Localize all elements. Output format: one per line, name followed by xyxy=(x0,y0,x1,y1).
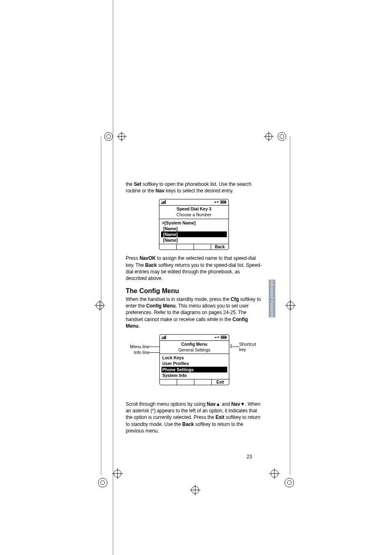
registration-mark-icon xyxy=(90,297,110,314)
scroll-paragraph: Scroll through menu options by using Nav… xyxy=(126,401,262,434)
softkey-1 xyxy=(159,244,177,250)
softkey-exit: Exit xyxy=(212,379,229,385)
svg-point-35 xyxy=(101,481,105,485)
text: Press xyxy=(126,255,139,261)
key-ref-navok: NavOK xyxy=(139,255,156,261)
phone-screen-config-menu: Config Menu General Settings Lock Keys U… xyxy=(159,334,229,385)
softkey-ref-back: Back xyxy=(182,421,194,427)
status-bar xyxy=(159,199,228,206)
registration-mark-icon xyxy=(103,128,127,145)
svg-point-20 xyxy=(118,133,125,140)
intro-paragraph: the Set softkey to open the phonebook li… xyxy=(126,181,262,194)
shortcut-number: 3 xyxy=(230,344,232,349)
svg-point-45 xyxy=(285,478,294,487)
navok-paragraph: Press NavOK to assign the selected name … xyxy=(126,255,262,282)
softkey-ref-set: Set xyxy=(134,181,141,187)
svg-rect-6 xyxy=(221,201,222,203)
key-ref-nav: Nav xyxy=(156,188,165,194)
softkey-ref-back: Back xyxy=(145,262,157,268)
svg-rect-10 xyxy=(163,337,164,339)
list-item: System Info xyxy=(161,372,227,378)
softkey-2 xyxy=(177,244,194,250)
registration-mark-icon xyxy=(185,482,205,498)
svg-point-28 xyxy=(96,302,104,309)
screen-subtitle: Choose a Number xyxy=(161,212,227,218)
svg-rect-8 xyxy=(224,201,226,203)
registration-mark-icon xyxy=(263,128,288,145)
svg-point-31 xyxy=(287,302,294,309)
svg-rect-14 xyxy=(226,337,227,338)
svg-rect-16 xyxy=(223,337,224,338)
config-paragraph: When the handset is in standby mode, pre… xyxy=(126,296,262,329)
signal-icon xyxy=(161,335,167,340)
list-item: User Profiles xyxy=(161,361,227,366)
softkey-row: Exit xyxy=(160,379,229,385)
softkey-1 xyxy=(160,379,177,385)
screen-title: Config Menu xyxy=(161,342,227,347)
list-item: >[System Name] xyxy=(161,220,227,226)
softkey-3 xyxy=(194,244,211,250)
softkey-ref-cfg: Cfg xyxy=(231,296,239,302)
svg-rect-17 xyxy=(225,337,226,338)
list-item: Lock Keys xyxy=(161,355,227,361)
registration-mark-icon xyxy=(280,297,301,314)
callout-info-line: Info line xyxy=(126,350,150,355)
svg-rect-5 xyxy=(226,201,226,203)
softkey-back: Back xyxy=(211,244,228,250)
status-bar xyxy=(160,335,229,341)
up-triangle-icon: ▲ xyxy=(216,401,221,407)
svg-rect-15 xyxy=(221,337,223,338)
callout-menu-line: Menu line xyxy=(126,344,150,349)
page-number: 23 xyxy=(247,454,252,460)
screen-title: Speed Dial Key 3 xyxy=(161,206,227,212)
section-heading-config-menu: The Config Menu xyxy=(126,287,262,295)
text: . xyxy=(138,323,140,329)
text: keys to select the desired entry. xyxy=(164,188,233,194)
key-ref-nav-up: Nav▲ xyxy=(207,401,221,407)
signal-icon xyxy=(161,200,167,205)
registration-mark-icon xyxy=(267,465,296,489)
svg-rect-9 xyxy=(161,338,162,339)
battery-icon xyxy=(221,335,227,340)
svg-rect-12 xyxy=(165,335,166,339)
svg-point-26 xyxy=(278,132,286,141)
term-config-menu: Config Menu xyxy=(146,303,176,309)
config-menu-figure: Menu line Info line Shortcut key 3 xyxy=(126,334,262,396)
svg-point-42 xyxy=(271,470,278,477)
list-item: [Name] xyxy=(161,226,227,231)
softkey-ref-exit: Exit xyxy=(215,414,224,420)
battery-icon xyxy=(220,200,227,205)
softkey-2 xyxy=(177,379,194,385)
phone-screen-speed-dial: Speed Dial Key 3 Choose a Number >[Syste… xyxy=(159,199,229,250)
down-triangle-icon: ▼ xyxy=(240,401,245,407)
text: and xyxy=(221,401,231,407)
softkey-row: Back xyxy=(159,244,228,250)
screen-subtitle: General Settings xyxy=(161,347,227,353)
text: Scroll through menu options by using xyxy=(126,401,207,407)
list-item: [Name] xyxy=(161,237,227,243)
svg-point-46 xyxy=(287,481,291,485)
svg-point-27 xyxy=(280,134,284,139)
registration-mark-icon xyxy=(96,465,125,489)
text: the xyxy=(126,181,134,187)
screen-list: >[System Name] [Name] [Name] [Name] xyxy=(159,219,228,244)
svg-point-23 xyxy=(265,133,272,140)
list-item-selected: Phone Settings xyxy=(161,367,227,372)
screen-list: Lock Keys User Profiles Phone Settings S… xyxy=(160,354,229,379)
svg-point-36 xyxy=(114,470,121,477)
list-item-selected: [Name] xyxy=(161,231,227,237)
text: When the handset is in standby mode, pre… xyxy=(126,296,231,302)
callout-shortcut-key: Shortcut key xyxy=(239,342,262,352)
svg-point-39 xyxy=(191,486,199,494)
up-down-icon xyxy=(214,335,219,340)
svg-rect-3 xyxy=(165,200,166,204)
svg-rect-2 xyxy=(164,201,164,204)
svg-rect-7 xyxy=(223,201,224,203)
svg-rect-0 xyxy=(161,203,162,204)
screen-header: Config Menu General Settings xyxy=(160,341,229,354)
svg-point-18 xyxy=(104,132,113,141)
callout-text: Shortcut key xyxy=(239,342,256,352)
svg-point-34 xyxy=(98,478,107,487)
svg-rect-1 xyxy=(162,202,163,204)
svg-point-19 xyxy=(106,134,111,139)
